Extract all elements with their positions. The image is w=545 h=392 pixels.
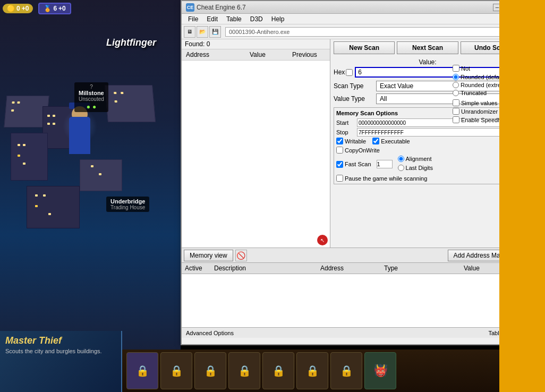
stop-label: Stop xyxy=(336,129,355,135)
alignment-label: Alignment xyxy=(406,156,432,162)
no-icon-button[interactable]: 🚫 xyxy=(235,250,247,261)
side-panel xyxy=(499,0,545,392)
pause-label: Pause the game while scanning xyxy=(345,175,427,182)
scan-results-list xyxy=(182,61,330,241)
executable-row: Executable xyxy=(372,138,410,144)
ce-titlebar: CE Cheat Engine 6.7 ─ □ ✕ xyxy=(182,1,525,14)
ce-bottom-toolbar: Memory view 🚫 Add Address Manually xyxy=(182,248,525,262)
hex-label: Hex xyxy=(334,69,345,76)
unrandomizer-label: Unrandomizer xyxy=(461,108,498,115)
menu-edit[interactable]: Edit xyxy=(202,15,222,23)
bottom-char-icon-3[interactable]: 🔒 xyxy=(194,352,226,389)
col-previous: Previous xyxy=(288,50,330,59)
green-char-symbol: 👹 xyxy=(373,364,388,378)
next-scan-button[interactable]: Next Scan xyxy=(397,41,458,54)
medal-delta: +0 xyxy=(58,5,66,12)
ce-right-panel: New Scan Next Scan Undo Scan Value: Hex … xyxy=(330,39,525,248)
copy-checkboxes: CopyOnWrite xyxy=(336,147,519,154)
simple-values-checkbox[interactable] xyxy=(453,99,459,106)
last-digits-radio[interactable] xyxy=(398,165,404,171)
bottom-char-icon-7[interactable]: 🔒 xyxy=(330,352,362,389)
last-digits-row: Last Digits xyxy=(398,165,433,171)
millstone-name: Millstone xyxy=(79,90,104,96)
bottom-icons-bar: 🔒 🔒 🔒 🔒 🔒 🔒 🔒 👹 xyxy=(122,350,499,392)
executable-label: Executable xyxy=(381,138,410,144)
indicator2: ● xyxy=(92,103,96,110)
pause-row: Pause the game while scanning xyxy=(336,175,519,182)
coin-icon: 🟡 xyxy=(7,5,15,12)
writable-checkbox[interactable] xyxy=(336,138,343,144)
master-thief-desc: Scouts the city and burgles buildings. xyxy=(0,347,121,355)
col-active: Active xyxy=(182,264,211,272)
menu-file[interactable]: File xyxy=(184,15,202,23)
building xyxy=(11,133,48,181)
millstone-sub: Unscouted xyxy=(79,96,104,102)
medal-count: 6 xyxy=(53,5,57,12)
ce-toolbar: 🖥 📂 💾 00001390-Antihero.exe xyxy=(182,24,525,39)
toolbar-btn-1[interactable]: 🖥 xyxy=(184,26,195,38)
bottom-char-icon-1[interactable]: 🔒 xyxy=(126,352,158,389)
fast-scan-label: Fast Scan xyxy=(345,161,371,167)
advanced-options-label: Advanced Options xyxy=(186,330,234,336)
rounded-default-radio[interactable] xyxy=(453,74,459,80)
fast-scan-value[interactable] xyxy=(377,160,393,168)
menu-d3d[interactable]: D3D xyxy=(246,15,267,23)
stop-row: Stop xyxy=(336,128,519,137)
ce-content-area: Found: 0 Address Value Previous ↖ New Sc… xyxy=(182,39,525,248)
question-icon: ? xyxy=(79,84,104,90)
coin-badge: 🟡 0 +0 xyxy=(3,4,33,13)
speedhack-checkbox[interactable] xyxy=(453,116,459,123)
char-icon-symbol-5: 🔒 xyxy=(272,364,285,377)
building xyxy=(27,186,80,228)
building xyxy=(80,159,122,191)
copyonwrite-row: CopyOnWrite xyxy=(336,147,380,154)
medal-badge: 🏅 6 +0 xyxy=(38,3,71,14)
writable-label: Writable xyxy=(345,138,366,144)
menu-help[interactable]: Help xyxy=(267,15,289,23)
ce-left-panel: Found: 0 Address Value Previous ↖ xyxy=(182,39,330,248)
stop-input[interactable] xyxy=(357,128,519,137)
truncated-label: Truncated xyxy=(461,90,487,96)
bottom-char-icon-green[interactable]: 👹 xyxy=(364,352,396,389)
toolbar-btn-2[interactable]: 📂 xyxy=(197,26,208,38)
copyonwrite-label: CopyOnWrite xyxy=(345,147,380,154)
cheat-engine-window: CE Cheat Engine 6.7 ─ □ ✕ File Edit Tabl… xyxy=(181,0,526,345)
bottom-char-icon-4[interactable]: 🔒 xyxy=(228,352,260,389)
alignment-options: Alignment Last Digits xyxy=(398,156,433,173)
char-icon-symbol-4: 🔒 xyxy=(238,364,251,377)
pointer-icon[interactable]: ↖ xyxy=(317,235,328,245)
start-label: Start xyxy=(336,120,355,126)
game-hud: 🟡 0 +0 🏅 6 +0 xyxy=(3,3,71,14)
location-underbridge: Underbridge Trading House xyxy=(106,197,149,212)
character-name: Lightfinger xyxy=(106,37,156,48)
executable-checkbox[interactable] xyxy=(372,138,379,144)
underbridge-sub: Trading House xyxy=(110,204,145,210)
scan-type-label: Scan Type xyxy=(334,82,376,90)
address-table-header: Active Description Address Type Value xyxy=(182,263,525,274)
toolbar-btn-3[interactable]: 💾 xyxy=(209,26,221,38)
rounded-extreme-radio[interactable] xyxy=(453,82,459,88)
alignment-row: Alignment xyxy=(398,156,433,162)
hex-checkbox[interactable] xyxy=(346,69,353,76)
menu-table[interactable]: Table xyxy=(222,15,246,23)
truncated-radio[interactable] xyxy=(453,90,459,96)
writable-row: Writable xyxy=(336,138,366,144)
col-type: Type xyxy=(381,264,461,272)
last-digits-label: Last Digits xyxy=(406,165,433,171)
bottom-char-icon-2[interactable]: 🔒 xyxy=(160,352,192,389)
bottom-char-icon-5[interactable]: 🔒 xyxy=(262,352,294,389)
new-scan-button[interactable]: New Scan xyxy=(334,41,395,54)
indicator1: ● xyxy=(87,103,90,110)
pause-checkbox[interactable] xyxy=(336,175,343,182)
not-label: Not xyxy=(461,65,470,72)
found-label: Found: 0 xyxy=(182,39,330,49)
not-checkbox[interactable] xyxy=(453,65,459,72)
memory-checkboxes: Writable Executable xyxy=(336,138,519,144)
fast-scan-checkbox[interactable] xyxy=(336,161,343,168)
memory-view-button[interactable]: Memory view xyxy=(184,250,233,261)
unrandomizer-checkbox[interactable] xyxy=(453,108,459,115)
scan-buttons: New Scan Next Scan Undo Scan xyxy=(334,41,522,54)
copyonwrite-checkbox[interactable] xyxy=(336,147,343,154)
bottom-char-icon-6[interactable]: 🔒 xyxy=(296,352,328,389)
alignment-radio[interactable] xyxy=(398,156,404,162)
